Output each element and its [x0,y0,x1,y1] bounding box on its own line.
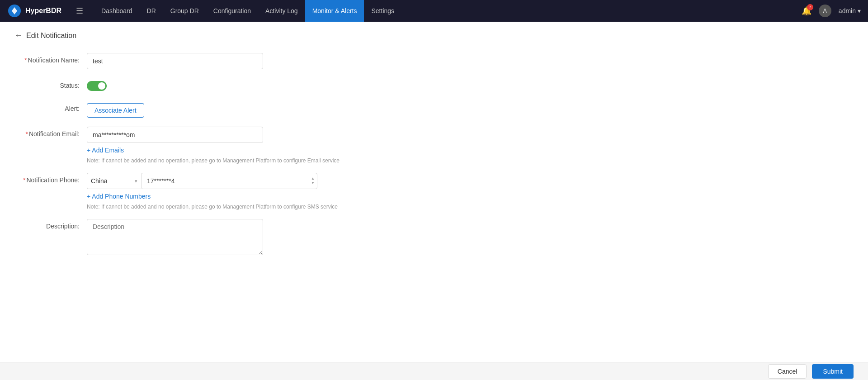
brand-name: HyperBDR [25,7,61,15]
notification-name-label: *Notification Name: [14,53,87,64]
phone-input-row: China US UK ▲ ▼ [87,173,376,189]
navbar-right: 🔔 7 A admin ▾ [802,5,861,17]
toggle-slider [87,81,107,91]
status-label: Status: [14,78,87,89]
avatar: A [819,5,831,17]
alert-wrap: Associate Alert [87,101,376,118]
phone-wrap: China US UK ▲ ▼ + Add Phone Numbers [87,173,376,210]
status-toggle[interactable] [87,81,107,91]
phone-increment-button[interactable]: ▲ [310,176,316,181]
notification-email-input[interactable] [87,127,263,143]
add-emails-link[interactable]: + Add Emails [87,147,124,154]
nav-dr[interactable]: DR [140,0,163,22]
phone-input-wrap: ▲ ▼ [141,173,317,189]
notification-email-row: *Notification Email: + Add Emails Note: … [14,127,376,164]
nav-dashboard[interactable]: Dashboard [94,0,140,22]
notification-name-input[interactable] [87,53,263,69]
description-wrap [87,219,376,256]
nav-monitor-alerts[interactable]: Monitor & Alerts [305,0,364,22]
notification-phone-label: *Notification Phone: [14,173,87,184]
nav-group-dr[interactable]: Group DR [163,0,206,22]
notification-name-row: *Notification Name: [14,53,376,69]
phone-spinners: ▲ ▼ [310,176,316,185]
required-star: * [24,57,27,64]
page-header: ← Edit Notification [14,31,854,40]
description-textarea[interactable] [87,219,263,255]
phone-note: Note: If cannot be added and no operatio… [87,204,376,210]
brand-icon [7,4,22,18]
email-note: Note: If cannot be added and no operatio… [87,157,376,164]
country-select-wrap: China US UK [87,173,141,189]
country-select[interactable]: China US UK [87,173,141,189]
notification-email-label: *Notification Email: [14,127,87,138]
chevron-down-icon: ▾ [858,7,861,14]
notification-badge: 7 [807,4,813,10]
edit-notification-form: *Notification Name: Status: Alert: Assoc… [14,53,376,256]
notification-name-wrap [87,53,376,69]
back-button[interactable]: ← [14,31,23,40]
required-star-email: * [26,130,28,138]
required-star-phone: * [23,176,25,184]
nav-settings[interactable]: Settings [364,0,401,22]
description-row: Description: [14,219,376,256]
status-toggle-wrap [87,78,376,92]
phone-number-input[interactable] [141,173,317,189]
hamburger-button[interactable]: ☰ [72,4,87,18]
email-wrap: + Add Emails Note: If cannot be added an… [87,127,376,164]
page-title: Edit Notification [26,32,76,40]
page-content: ← Edit Notification *Notification Name: … [0,22,868,362]
status-row: Status: [14,78,376,92]
navbar: HyperBDR ☰ Dashboard DR Group DR Configu… [0,0,868,22]
alert-label: Alert: [14,101,87,112]
alert-row: Alert: Associate Alert [14,101,376,118]
nav-configuration[interactable]: Configuration [206,0,258,22]
phone-decrement-button[interactable]: ▼ [310,181,316,185]
user-label: admin [839,7,856,14]
user-menu-button[interactable]: admin ▾ [839,7,861,14]
brand-logo[interactable]: HyperBDR [7,4,61,18]
description-label: Description: [14,219,87,230]
nav-links: Dashboard DR Group DR Configuration Acti… [94,0,802,22]
nav-activity-log[interactable]: Activity Log [258,0,305,22]
add-phone-link[interactable]: + Add Phone Numbers [87,193,151,200]
notification-button[interactable]: 🔔 7 [802,6,811,16]
associate-alert-button[interactable]: Associate Alert [87,103,144,118]
email-input-row [87,127,376,143]
notification-phone-row: *Notification Phone: China US UK ▲ [14,173,376,210]
